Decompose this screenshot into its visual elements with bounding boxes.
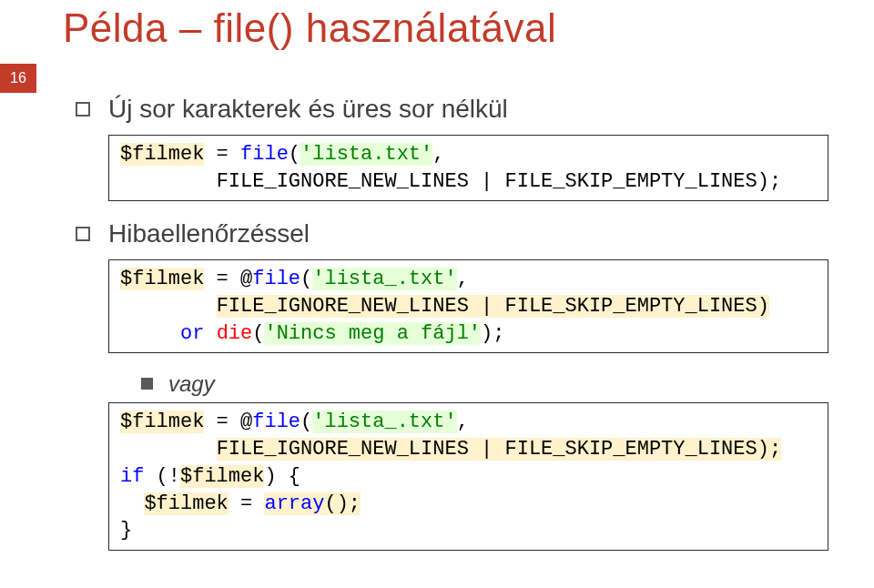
token-function: file: [240, 143, 289, 166]
token-variable: $filmek: [144, 492, 228, 515]
token-die: die: [217, 322, 253, 345]
token-function-array: array: [264, 492, 324, 515]
token-string: 'lista.txt': [300, 143, 432, 166]
token-variable: $filmek: [180, 465, 264, 488]
token-string: 'lista_.txt': [312, 268, 456, 290]
sub-bullet-vagy: vagy: [141, 371, 828, 397]
page-number-badge: 16: [0, 64, 36, 93]
token-string: 'lista_.txt': [312, 411, 456, 433]
bullet-error-check: Hibaellenőrzéssel: [76, 219, 828, 248]
token-flags: FILE_IGNORE_NEW_LINES | FILE_SKIP_EMPTY_…: [217, 295, 769, 318]
token-keyword-if: if: [120, 465, 144, 488]
token-flags: FILE_IGNORE_NEW_LINES | FILE_SKIP_EMPTY_…: [217, 438, 782, 461]
token-function: file: [252, 268, 300, 290]
bullet-no-newlines: Új sor karakterek és üres sor nélkül: [76, 95, 828, 124]
token-keyword-or: or: [180, 322, 204, 345]
token-brace-close: }: [120, 519, 132, 542]
code-block-if-check: $filmek = @file('lista_.txt', FILE_IGNOR…: [108, 402, 828, 550]
slide-title: Példa – file() használatával: [50, 0, 828, 51]
token-variable: $filmek: [120, 143, 204, 166]
token-variable: $filmek: [120, 268, 204, 290]
token-string: 'Nincs meg a fájl': [264, 322, 481, 345]
code-block-or-die: $filmek = @file('lista_.txt', FILE_IGNOR…: [108, 259, 828, 353]
token-variable: $filmek: [120, 411, 204, 433]
code-block-basic: $filmek = file('lista.txt', FILE_IGNORE_…: [108, 135, 828, 201]
slide-body: Új sor karakterek és üres sor nélkül $fi…: [50, 51, 828, 551]
slide: Példa – file() használatával 16 Új sor k…: [0, 0, 874, 588]
token-function: file: [252, 411, 300, 433]
token-flags: FILE_IGNORE_NEW_LINES | FILE_SKIP_EMPTY_…: [217, 170, 782, 193]
